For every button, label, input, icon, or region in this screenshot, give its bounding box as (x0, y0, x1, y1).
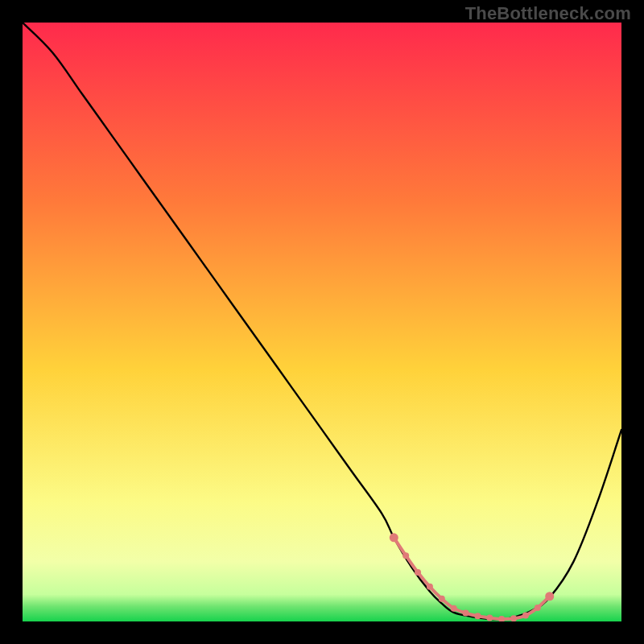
chart-frame: TheBottleneck.com (0, 0, 644, 644)
optimal-zone-marker (427, 584, 433, 590)
optimal-zone-marker (390, 533, 398, 542)
plot-area (23, 23, 621, 621)
optimal-zone-marker (474, 613, 481, 619)
gradient-background (23, 23, 621, 621)
optimal-zone-marker (486, 615, 493, 621)
optimal-zone-marker (439, 596, 445, 602)
watermark-text: TheBottleneck.com (465, 3, 631, 24)
bottleneck-chart (23, 23, 621, 621)
optimal-zone-marker (451, 605, 457, 612)
optimal-zone-marker (535, 605, 541, 611)
optimal-zone-marker (510, 615, 517, 621)
optimal-zone-marker (402, 552, 409, 559)
optimal-zone-marker (415, 569, 421, 576)
optimal-zone-marker (522, 613, 529, 619)
optimal-zone-marker (463, 610, 469, 617)
optimal-zone-marker (545, 592, 554, 601)
